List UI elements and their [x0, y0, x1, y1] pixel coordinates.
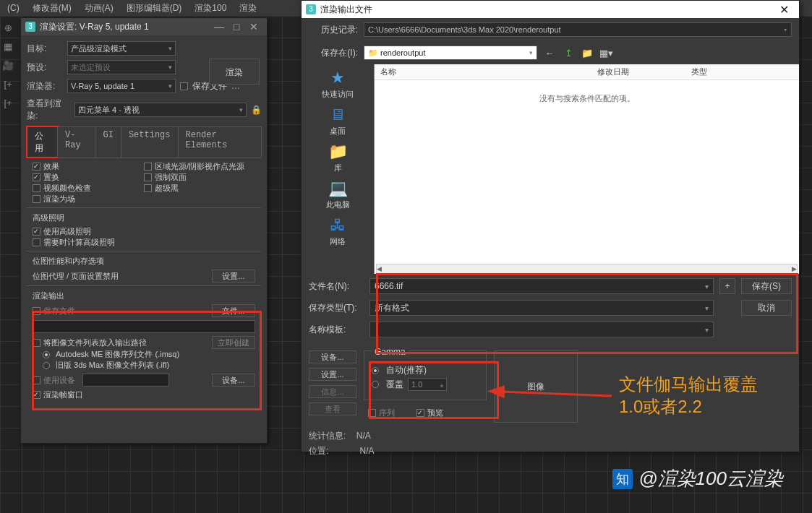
savein-label: 保存在(I):: [309, 47, 358, 59]
location-value: N/A: [360, 446, 375, 456]
places-bar: ★快速访问 🖥桌面 📁库 💻此电脑 🖧网络: [302, 64, 374, 274]
render-setup-window: 3 渲染设置: V-Ray 5, update 1 — □ ✕ 目标: 产品级渲…: [20, 17, 268, 444]
create-now-button[interactable]: 立即创建: [212, 336, 255, 349]
ck-displace[interactable]: [33, 173, 40, 181]
menu-item[interactable]: 修改器(M): [33, 2, 72, 14]
close-button[interactable]: ✕: [773, 3, 795, 17]
history-combo[interactable]: C:\Users\6666\Documents\3ds Max 2020\ren…: [364, 22, 792, 37]
menu-item[interactable]: 渲染: [239, 2, 257, 14]
template-label: 名称模板:: [309, 324, 364, 336]
tab-common[interactable]: 公用: [27, 126, 58, 158]
ck-video[interactable]: [33, 184, 40, 192]
device-button[interactable]: 设备...: [309, 350, 356, 363]
savein-combo[interactable]: 📁 renderoutput: [364, 46, 537, 60]
menu-item[interactable]: 动画(A): [85, 2, 114, 14]
app-icon: 3: [306, 4, 316, 14]
tool-icon[interactable]: [+: [1, 78, 14, 91]
maximize-button[interactable]: □: [228, 21, 245, 33]
up-icon[interactable]: ↥: [562, 46, 575, 59]
place-net[interactable]: 🖧网络: [326, 215, 349, 249]
newfolder-icon[interactable]: 📁: [581, 46, 594, 59]
list-header[interactable]: 名称 修改日期 类型: [375, 64, 799, 80]
tool-icon[interactable]: ⊕: [1, 22, 14, 35]
star-icon: ★: [326, 69, 349, 87]
gamma-header: Gamma: [372, 347, 409, 357]
ck-use-adv[interactable]: [33, 228, 40, 236]
file-button[interactable]: 文件...: [212, 304, 255, 317]
lock-icon[interactable]: 🔒: [251, 105, 261, 115]
rs-titlebar[interactable]: 3 渲染设置: V-Ray 5, update 1 — □ ✕: [21, 18, 267, 35]
plus-button[interactable]: +: [719, 278, 735, 294]
device-button[interactable]: 设备...: [212, 374, 255, 387]
menu-item[interactable]: 图形编辑器(D): [127, 2, 182, 14]
setup-button[interactable]: 设置...: [309, 368, 356, 381]
render-button[interactable]: 渲染: [209, 59, 260, 85]
ck-sblack[interactable]: [144, 184, 152, 192]
col-date[interactable]: 修改日期: [597, 66, 691, 77]
place-quick[interactable]: ★快速访问: [322, 67, 354, 101]
radio-gamma-override[interactable]: [372, 381, 379, 388]
ck-field[interactable]: [33, 195, 40, 203]
place-pc[interactable]: 💻此电脑: [326, 178, 350, 212]
viewmode-icon[interactable]: ▦▾: [599, 46, 612, 59]
history-label: 历史记录:: [309, 24, 358, 36]
ck-use-device[interactable]: [33, 376, 40, 384]
ck-save-file[interactable]: [33, 307, 40, 315]
ck-preview[interactable]: [416, 409, 424, 417]
tool-icon[interactable]: [+: [1, 97, 14, 110]
save-button[interactable]: 保存(S): [741, 278, 792, 294]
radio-ifl[interactable]: [43, 362, 50, 369]
filetype-combo[interactable]: 所有格式: [369, 300, 714, 316]
preset-select[interactable]: 未选定预设: [67, 60, 176, 74]
device-field[interactable]: [82, 374, 169, 387]
rs-title: 渲染设置: V-Ray 5, update 1: [40, 21, 210, 33]
tab-render-elements[interactable]: Render Elements: [178, 126, 262, 158]
ck-area[interactable]: [144, 163, 152, 171]
output-path-field[interactable]: [33, 320, 255, 333]
tab-gi[interactable]: GI: [95, 126, 121, 158]
close-button[interactable]: ✕: [245, 21, 262, 33]
hscrollbar[interactable]: ◀▶: [376, 264, 798, 274]
col-name[interactable]: 名称: [380, 66, 597, 77]
desktop-icon: 🖥: [326, 105, 349, 124]
info-button[interactable]: 信息...: [309, 385, 356, 398]
menu-item[interactable]: (C): [7, 3, 20, 13]
ck-framewin[interactable]: [33, 391, 40, 399]
save-file-checkbox[interactable]: [180, 82, 188, 90]
stats-label: 统计信息:: [309, 431, 346, 441]
radio-imsq[interactable]: [43, 351, 50, 358]
radio-gamma-auto[interactable]: [372, 367, 379, 374]
tab-settings[interactable]: Settings: [121, 126, 179, 158]
place-desktop[interactable]: 🖥桌面: [326, 104, 349, 138]
place-libs[interactable]: 📁库: [326, 141, 349, 175]
ck-calc-adv[interactable]: [33, 238, 40, 246]
tab-vray[interactable]: V-Ray: [57, 126, 96, 158]
ck-effects[interactable]: [33, 163, 40, 171]
col-type[interactable]: 类型: [691, 66, 707, 77]
app-icon: 3: [25, 22, 35, 32]
file-list[interactable]: 名称 修改日期 类型 没有与搜索条件匹配的项。 ◀▶: [374, 64, 799, 274]
left-toolbar: ⊕ ▦ 🎥 [+ [+: [1, 22, 16, 110]
gamma-value-spinner[interactable]: 1.0: [408, 378, 447, 391]
ck-seq[interactable]: [33, 339, 40, 347]
view-select[interactable]: 四元菜单 4 - 透视: [74, 103, 247, 117]
menu-item[interactable]: 渲染100: [195, 2, 226, 14]
view-button[interactable]: 查看: [309, 402, 356, 415]
minimize-button[interactable]: —: [210, 21, 228, 33]
back-icon[interactable]: ←: [543, 46, 556, 59]
stats-value: N/A: [356, 431, 371, 441]
bitmap-setup-button[interactable]: 设置...: [212, 270, 255, 283]
network-icon: 🖧: [326, 216, 349, 235]
output-hdr: 渲染输出: [33, 290, 255, 301]
renderer-select[interactable]: V-Ray 5, update 1: [67, 79, 176, 93]
target-select[interactable]: 产品级渲染模式: [67, 41, 176, 56]
cancel-button[interactable]: 取消: [741, 300, 792, 316]
ck-sequence[interactable]: [368, 409, 376, 417]
rs-scroll[interactable]: 效果 置换 视频颜色检查 渲染为场 区域光源/阴影视作点光源 强制双面 超级黑 …: [27, 158, 261, 447]
ck-2side[interactable]: [144, 173, 152, 181]
tool-icon[interactable]: ▦: [1, 40, 14, 53]
filename-field[interactable]: 6666.tif: [369, 278, 714, 294]
fd-titlebar[interactable]: 3 渲染输出文件 ✕: [302, 1, 799, 18]
template-combo[interactable]: [369, 322, 714, 337]
tool-icon[interactable]: 🎥: [1, 59, 14, 72]
